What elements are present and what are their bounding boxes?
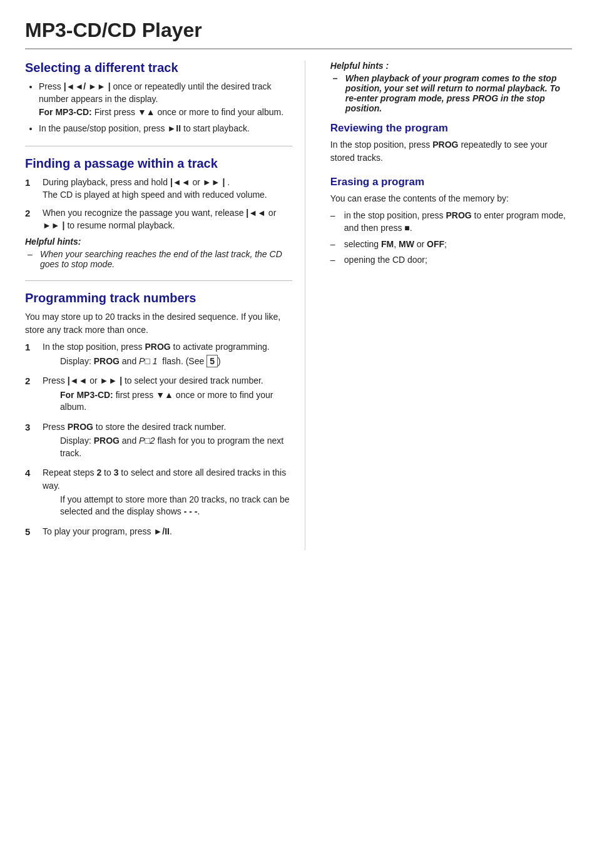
programming-intro: You may store up to 20 tracks in the des… — [25, 310, 292, 337]
step-indented: For MP3-CD: first press ▼▲ once or more … — [43, 389, 292, 414]
section-reviewing: Reviewing the program In the stop positi… — [330, 122, 572, 165]
step-number: 1 — [25, 340, 36, 369]
section-selecting-track: Selecting a different track Press |◄◄/ ►… — [25, 61, 292, 135]
list-item: Press |◄◄/ ►► | once or repeatedly until… — [39, 80, 292, 118]
step-content: Press PROG to store the desired track nu… — [43, 421, 292, 461]
hint-dash: – — [28, 249, 35, 269]
hint-dash: – — [333, 73, 340, 113]
erase-item-1: – in the stop position, press PROG to en… — [330, 209, 572, 235]
right-hint-text: When playback of your program comes to t… — [345, 73, 572, 113]
step-item: 4 Repeat steps 2 to 3 to select and stor… — [25, 466, 292, 520]
helpful-hints-label-1: Helpful hints: — [25, 237, 292, 247]
right-hints-label: Helpful hints : — [330, 61, 572, 71]
step-item: 3 Press PROG to store the desired track … — [25, 421, 292, 461]
section-finding-passage-title: Finding a passage within a track — [25, 156, 292, 171]
reviewing-text: In the stop position, press PROG repeate… — [330, 138, 572, 165]
hint-item-1: – When your searching reaches the end of… — [25, 249, 292, 269]
erase-text-3: opening the CD door; — [344, 253, 427, 266]
step-item: 5 To play your program, press ►/II. — [25, 525, 292, 539]
step-text: Press PROG to store the desired track nu… — [43, 422, 226, 432]
step-number: 5 — [25, 525, 36, 539]
step-number: 2 — [25, 207, 36, 232]
step-item: 1 During playback, press and hold |◄◄ or… — [25, 176, 292, 202]
step-item: 2 When you recognize the passage you wan… — [25, 207, 292, 232]
reviewing-title: Reviewing the program — [330, 122, 572, 135]
list-item: In the pause/stop position, press ►II to… — [39, 122, 292, 135]
step-content: Repeat steps 2 to 3 to select and store … — [43, 466, 292, 520]
right-column: Helpful hints : – When playback of your … — [324, 61, 572, 550]
step-text: Press |◄◄ or ►► | to select your desired… — [43, 375, 263, 385]
finding-passage-steps: 1 During playback, press and hold |◄◄ or… — [25, 176, 292, 232]
step-content: In the stop position, press PROG to acti… — [43, 340, 270, 369]
erasing-title: Erasing a program — [330, 176, 572, 188]
erase-text-2: selecting FM, MW or OFF; — [344, 238, 447, 250]
selecting-track-list: Press |◄◄/ ►► | once or repeatedly until… — [25, 80, 292, 135]
erase-dash: – — [330, 238, 339, 250]
erase-dash: – — [330, 209, 339, 235]
step-number: 2 — [25, 374, 36, 415]
left-column: Selecting a different track Press |◄◄/ ►… — [25, 61, 305, 550]
section-programming-title: Programming track numbers — [25, 291, 292, 305]
right-hint-item: – When playback of your program comes to… — [330, 73, 572, 113]
hint-text: When your searching reaches the end of t… — [40, 249, 292, 269]
mp3cd-note-1: For MP3-CD: — [39, 107, 92, 117]
programming-steps: 1 In the stop position, press PROG to ac… — [25, 340, 292, 538]
step-number: 3 — [25, 421, 36, 461]
section-selecting-track-title: Selecting a different track — [25, 61, 292, 75]
step-item: 2 Press |◄◄ or ►► | to select your desir… — [25, 374, 292, 415]
step-item: 1 In the stop position, press PROG to ac… — [25, 340, 292, 369]
section-finding-passage: Finding a passage within a track 1 Durin… — [25, 156, 292, 269]
right-helpful-hints: Helpful hints : – When playback of your … — [330, 61, 572, 113]
erase-text-1: in the stop position, press PROG to ente… — [344, 209, 572, 235]
page-title: MP3-CD/CD Player — [25, 19, 572, 49]
bullet-text-1: Press |◄◄/ ►► | once or repeatedly until… — [39, 81, 283, 117]
erasing-intro: You can erase the contents of the memory… — [330, 192, 572, 205]
erase-item-2: – selecting FM, MW or OFF; — [330, 238, 572, 250]
step-text: To play your program, press ►/II. — [43, 525, 172, 539]
section-erasing: Erasing a program You can erase the cont… — [330, 176, 572, 266]
bullet-text-2: In the pause/stop position, press ►II to… — [39, 123, 250, 133]
step-text: In the stop position, press PROG to acti… — [43, 342, 270, 352]
erase-item-3: – opening the CD door; — [330, 253, 572, 266]
section-programming-tracks: Programming track numbers You may store … — [25, 291, 292, 538]
step-indented: Display: PROG and P□2 flash for you to p… — [43, 435, 292, 459]
step-indented: Display: PROG and P□ 1 flash. (See 5) — [43, 355, 270, 368]
divider-2 — [25, 280, 292, 281]
step-content: Press |◄◄ or ►► | to select your desired… — [43, 374, 292, 415]
step-number: 4 — [25, 466, 36, 520]
step-text: When you recognize the passage you want,… — [43, 207, 292, 232]
divider-1 — [25, 146, 292, 146]
step-indented: If you attempt to store more than 20 tra… — [43, 494, 292, 518]
step-number: 1 — [25, 176, 36, 202]
mp3cd-note: For MP3-CD: — [60, 390, 113, 400]
step-text: During playback, press and hold |◄◄ or ►… — [43, 176, 267, 202]
step-text: Repeat steps 2 to 3 to select and store … — [43, 467, 286, 490]
erase-dash: – — [330, 253, 339, 266]
